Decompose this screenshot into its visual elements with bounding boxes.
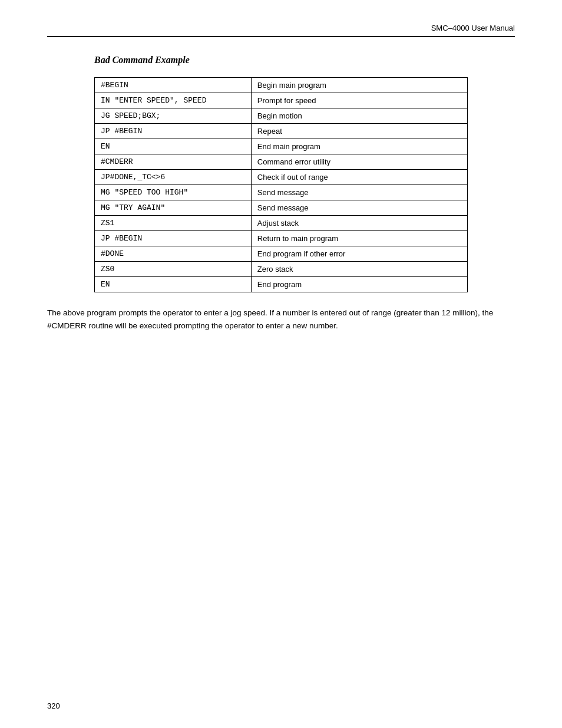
description-cell: Adjust stack [251,216,467,231]
description-cell: Zero stack [251,262,467,277]
section-title: Bad Command Example [94,55,515,65]
command-table: #BEGINBegin main programIN "ENTER SPEED"… [94,77,468,292]
table-row: ZS1Adjust stack [95,216,468,231]
description-cell: Prompt for speed [251,93,467,108]
table-row: JG SPEED;BGX;Begin motion [95,108,468,124]
description-cell: End program if other error [251,246,467,262]
description-cell: End program [251,277,467,292]
table-row: #BEGINBegin main program [95,78,468,93]
page: SMC–4000 User Manual Bad Command Example… [0,0,562,728]
command-cell: JP #BEGIN [95,231,252,246]
command-cell: MG "SPEED TOO HIGH" [95,185,252,200]
command-cell: #BEGIN [95,78,252,93]
command-table-container: #BEGINBegin main programIN "ENTER SPEED"… [94,77,468,292]
table-row: IN "ENTER SPEED", SPEEDPrompt for speed [95,93,468,108]
table-row: ZS0Zero stack [95,262,468,277]
description-cell: Begin main program [251,78,467,93]
table-row: ENEnd main program [95,139,468,154]
command-cell: MG "TRY AGAIN" [95,200,252,216]
command-cell: JP#DONE,_TC<>6 [95,170,252,185]
header-title: SMC–4000 User Manual [431,24,515,32]
table-row: JP #BEGINRepeat [95,124,468,139]
description-cell: End main program [251,139,467,154]
table-row: MG "TRY AGAIN"Send message [95,200,468,216]
description-cell: Send message [251,200,467,216]
page-header: SMC–4000 User Manual [47,24,515,37]
command-cell: #CMDERR [95,154,252,170]
command-cell: JP #BEGIN [95,124,252,139]
command-cell: ZS0 [95,262,252,277]
command-cell: IN "ENTER SPEED", SPEED [95,93,252,108]
table-row: #DONEEnd program if other error [95,246,468,262]
table-row: JP#DONE,_TC<>6Check if out of range [95,170,468,185]
description-cell: Repeat [251,124,467,139]
table-row: #CMDERRCommand error utility [95,154,468,170]
page-number: 320 [47,701,60,710]
table-row: ENEnd program [95,277,468,292]
command-cell: EN [95,277,252,292]
command-cell: EN [95,139,252,154]
description-cell: Return to main program [251,231,467,246]
table-row: JP #BEGINReturn to main program [95,231,468,246]
description-cell: Send message [251,185,467,200]
description-paragraph: The above program prompts the operator t… [47,307,515,332]
command-cell: JG SPEED;BGX; [95,108,252,124]
command-cell: #DONE [95,246,252,262]
description-cell: Check if out of range [251,170,467,185]
command-cell: ZS1 [95,216,252,231]
description-cell: Begin motion [251,108,467,124]
table-row: MG "SPEED TOO HIGH"Send message [95,185,468,200]
description-cell: Command error utility [251,154,467,170]
